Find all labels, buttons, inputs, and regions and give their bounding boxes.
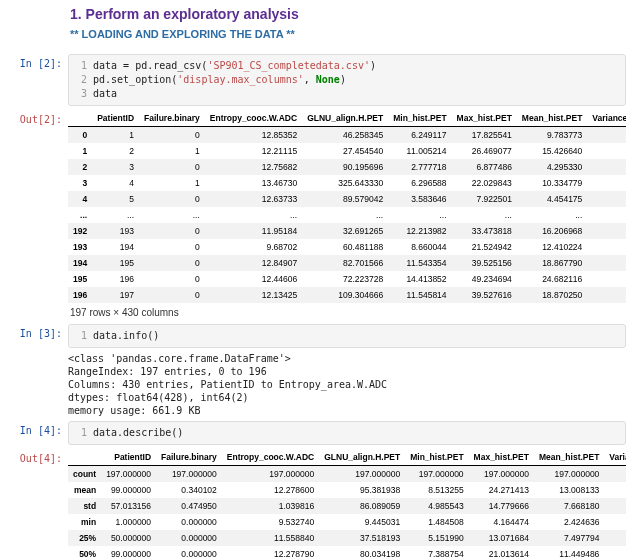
- cell-4-output: Out[4]: PatientIDFailure.binaryEntropy_c…: [0, 449, 640, 558]
- cell-value: 12.63733: [205, 191, 302, 207]
- in-prompt: In [4]:: [0, 421, 68, 436]
- cell-value: 4.226854: [587, 239, 626, 255]
- cell-value: 197.000000: [469, 466, 534, 483]
- cell-value: 13.008133: [534, 482, 604, 498]
- cell-value: 193: [92, 223, 139, 239]
- cell-value: 6.296588: [388, 175, 451, 191]
- cell-value: 21.013614: [469, 546, 534, 558]
- code-input[interactable]: 1data = pd.read_csv('SP901_CS_completeda…: [68, 54, 626, 106]
- cell-value: 0: [139, 127, 205, 144]
- cell-value: 11.543354: [388, 255, 451, 271]
- column-header: [68, 449, 101, 466]
- cell-value: 4: [92, 175, 139, 191]
- cell-value: 11.240758: [587, 255, 626, 271]
- row-index: 25%: [68, 530, 101, 546]
- table-row: 23012.7568290.1956962.7777186.8774864.29…: [68, 159, 626, 175]
- row-index: std: [68, 498, 101, 514]
- column-header: Failure.binary: [139, 110, 205, 127]
- code-frag: data: [93, 88, 117, 99]
- cell-value: 2.777718: [388, 159, 451, 175]
- cell-value: 5: [92, 191, 139, 207]
- section-subtitle: ** LOADING AND EXPLORING THE DATA **: [70, 28, 622, 40]
- notebook: { "header": { "title": "1. Perform an ex…: [0, 0, 640, 558]
- table-row: min1.0000000.0000009.5327409.4450311.484…: [68, 514, 626, 530]
- cell-value: 82.701566: [302, 255, 388, 271]
- cell-value: 11.558840: [222, 530, 319, 546]
- column-header: Mean_hist.PET: [517, 110, 587, 127]
- code-frag: data.describe(): [93, 427, 183, 438]
- table-row: mean99.0000000.34010212.27860095.3819388…: [68, 482, 626, 498]
- cell-value: 0: [139, 191, 205, 207]
- cell-value: 9.303475: [604, 498, 626, 514]
- cell-value: 197.000000: [101, 466, 156, 483]
- cell-value: 6.877486: [452, 159, 517, 175]
- table-row: count197.000000197.000000197.000000197.0…: [68, 466, 626, 483]
- cell-value: 57.013156: [101, 498, 156, 514]
- cell-value: 15.426640: [517, 143, 587, 159]
- cell-value: 13.46730: [205, 175, 302, 191]
- table-row: 12112.2111527.45454011.00521426.46907715…: [68, 143, 626, 159]
- cell-value: 8.660044: [388, 239, 451, 255]
- cell-value: 11.545814: [388, 287, 451, 303]
- cell-value: ...: [587, 207, 626, 223]
- cell-value: 0.923425: [587, 159, 626, 175]
- cell-value: 2.258260: [604, 530, 626, 546]
- dataframe-shape-caption: 197 rows × 430 columns: [68, 303, 626, 320]
- cell-value: 12.213982: [388, 223, 451, 239]
- cell-value: 1: [139, 143, 205, 159]
- cell-value: 49.234694: [452, 271, 517, 287]
- code-input[interactable]: 1data.describe(): [68, 421, 626, 445]
- cell-value: 86.089059: [319, 498, 405, 514]
- code-input[interactable]: 1data.info(): [68, 324, 626, 348]
- cell-value: 17.825541: [452, 127, 517, 144]
- row-index: 4: [68, 191, 92, 207]
- cell-value: 5.151990: [405, 530, 468, 546]
- dataframe-describe: PatientIDFailure.binaryEntropy_cooc.W.AD…: [68, 449, 626, 558]
- cell-value: 90.195696: [302, 159, 388, 175]
- row-index: 50%: [68, 546, 101, 558]
- cell-value: 12.21115: [205, 143, 302, 159]
- section-title: 1. Perform an exploratory analysis: [70, 6, 622, 22]
- row-index: 196: [68, 287, 92, 303]
- cell-value: 4.164474: [469, 514, 534, 530]
- code-frag: ): [370, 60, 376, 71]
- cell-value: 95.381938: [319, 482, 405, 498]
- cell-value: 7.668180: [534, 498, 604, 514]
- cell-value: 37.518193: [319, 530, 405, 546]
- code-frag: pd.set_option(: [93, 74, 177, 85]
- table-row: 196197012.13425109.30466611.54581439.527…: [68, 287, 626, 303]
- cell-value: 197: [92, 287, 139, 303]
- table-row: 192193011.9518432.69126512.21398233.4738…: [68, 223, 626, 239]
- column-header: Max_hist.PET: [469, 449, 534, 466]
- stdout-text: <class 'pandas.core.frame.DataFrame'> Ra…: [68, 352, 626, 417]
- cell-value: 7.497794: [534, 530, 604, 546]
- cell-value: 197.000000: [604, 466, 626, 483]
- cell-value: 0.178752: [604, 514, 626, 530]
- table-row: 194195012.8490782.70156611.54335439.5251…: [68, 255, 626, 271]
- column-header: Variance_hist.PET: [604, 449, 626, 466]
- cell-value: 197.000000: [534, 466, 604, 483]
- cell-value: 197.000000: [156, 466, 222, 483]
- cell-value: 6.249117: [388, 127, 451, 144]
- cell-value: 325.643330: [302, 175, 388, 191]
- row-index: 1: [68, 143, 92, 159]
- out-prompt: Out[2]:: [0, 110, 68, 125]
- cell-value: 12.44606: [205, 271, 302, 287]
- cell-value: 0: [139, 239, 205, 255]
- cell-value: 11.449486: [534, 546, 604, 558]
- row-index: 194: [68, 255, 92, 271]
- column-header: PatientID: [101, 449, 156, 466]
- cell-value: 1.039816: [222, 498, 319, 514]
- row-index: 2: [68, 159, 92, 175]
- cell-value: 194: [92, 239, 139, 255]
- cell-value: 6.450421: [604, 546, 626, 558]
- cell-value: 0: [139, 159, 205, 175]
- cell-value: 18.867790: [517, 255, 587, 271]
- cell-value: 2: [92, 143, 139, 159]
- cell-value: 12.13425: [205, 287, 302, 303]
- cell-value: 6.549795: [587, 175, 626, 191]
- cell-value: 0.474950: [156, 498, 222, 514]
- table-row: ..............................: [68, 207, 626, 223]
- cell-value: 195: [92, 255, 139, 271]
- cell-value: 0: [139, 223, 205, 239]
